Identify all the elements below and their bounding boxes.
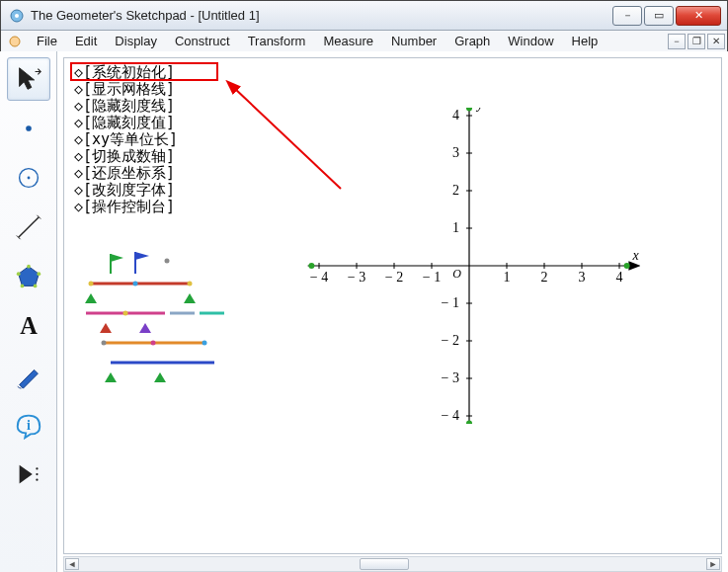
information-tool[interactable]: i	[7, 403, 50, 447]
svg-text:− 1: − 1	[423, 270, 441, 285]
option-row[interactable]: ◇[显示网格线]	[74, 81, 178, 98]
document-icon	[7, 34, 23, 49]
svg-point-17	[36, 467, 38, 469]
option-row[interactable]: ◇[切换成数轴]	[74, 148, 178, 165]
option-row[interactable]: ◇[改刻度字体]	[74, 182, 178, 199]
svg-text:x: x	[631, 248, 639, 263]
mdi-close-button[interactable]: ✕	[707, 34, 725, 49]
window-controls: － ▭ ✕	[610, 6, 721, 26]
mdi-minimize-button[interactable]: －	[668, 34, 686, 49]
svg-text:− 3: − 3	[442, 370, 459, 385]
svg-point-29	[188, 282, 193, 286]
svg-text:3: 3	[452, 145, 459, 160]
svg-text:1: 1	[504, 270, 511, 285]
svg-text:2: 2	[452, 183, 459, 198]
window-close-button[interactable]: ✕	[676, 6, 721, 26]
svg-point-14	[16, 272, 20, 276]
svg-text:y: y	[475, 108, 484, 112]
option-row[interactable]: ◇[系统初始化]	[74, 64, 178, 81]
svg-text:2: 2	[541, 270, 548, 285]
window-minimize-button[interactable]: －	[612, 6, 642, 26]
svg-marker-30	[85, 293, 97, 303]
svg-point-40	[151, 341, 156, 346]
svg-point-1	[15, 14, 19, 18]
svg-marker-24	[135, 252, 149, 260]
horizontal-scrollbar[interactable]: ◄ ►	[63, 556, 722, 572]
svg-marker-22	[111, 254, 123, 262]
sketch-area: ◇[系统初始化] ◇[显示网格线] ◇[隐藏刻度线] ◇[隐藏刻度值] ◇[xy…	[57, 51, 728, 572]
svg-point-2	[10, 37, 20, 46]
svg-text:3: 3	[579, 270, 586, 285]
marker-tool[interactable]	[7, 354, 50, 397]
svg-text:− 3: − 3	[348, 270, 365, 285]
svg-point-5	[27, 177, 30, 180]
svg-marker-37	[139, 323, 151, 333]
point-tool[interactable]	[7, 107, 50, 150]
option-row[interactable]: ◇[还原坐标系]	[74, 165, 178, 182]
menu-help[interactable]: Help	[564, 32, 607, 50]
custom-tool[interactable]	[7, 452, 50, 496]
svg-text:O: O	[452, 267, 461, 281]
svg-point-18	[36, 473, 38, 475]
app-icon	[9, 8, 25, 24]
svg-point-82	[308, 263, 314, 269]
scroll-left-button[interactable]: ◄	[65, 558, 79, 570]
svg-point-28	[133, 282, 138, 286]
window-title: The Geometer's Sketchpad - [Untitled 1]	[31, 8, 610, 23]
svg-point-11	[37, 272, 40, 276]
menu-number[interactable]: Number	[383, 32, 445, 50]
svg-text:1: 1	[452, 220, 459, 235]
svg-point-13	[20, 285, 24, 288]
svg-point-19	[36, 479, 38, 481]
option-row[interactable]: ◇[隐藏刻度值]	[74, 115, 178, 131]
svg-marker-44	[154, 372, 166, 382]
menu-display[interactable]: Display	[107, 32, 165, 50]
selection-arrow-tool[interactable]	[7, 57, 50, 101]
menu-measure[interactable]: Measure	[315, 32, 381, 50]
svg-marker-9	[18, 267, 39, 286]
scroll-right-button[interactable]: ►	[706, 558, 720, 570]
polygon-tool[interactable]	[7, 255, 50, 298]
svg-point-84	[466, 108, 472, 111]
svg-marker-36	[100, 323, 112, 333]
svg-point-35	[123, 311, 128, 316]
menubar: File Edit Display Construct Transform Me…	[1, 31, 727, 52]
option-row[interactable]: ◇[隐藏刻度线]	[74, 98, 178, 115]
mdi-restore-button[interactable]: ❐	[688, 34, 705, 49]
menu-transform[interactable]: Transform	[240, 32, 314, 50]
svg-point-10	[27, 265, 31, 269]
text-tool[interactable]: A	[7, 304, 50, 348]
coordinate-axes: − 4− 3− 2− 112344321− 1− 2− 3− 4Oxy	[272, 108, 677, 424]
svg-text:− 4: − 4	[442, 408, 459, 423]
menu-window[interactable]: Window	[500, 32, 561, 50]
svg-point-85	[466, 421, 472, 424]
toolbox: A i	[0, 51, 57, 572]
menu-edit[interactable]: Edit	[67, 32, 105, 50]
window-maximize-button[interactable]: ▭	[644, 6, 674, 26]
window-titlebar: The Geometer's Sketchpad - [Untitled 1] …	[1, 1, 727, 31]
svg-text:− 4: − 4	[310, 270, 328, 285]
svg-text:4: 4	[452, 108, 459, 123]
svg-point-41	[202, 341, 207, 346]
svg-line-6	[18, 217, 39, 238]
svg-point-39	[102, 341, 107, 346]
mdi-controls: － ❐ ✕	[668, 34, 727, 49]
svg-text:− 2: − 2	[442, 333, 459, 348]
svg-text:i: i	[27, 417, 31, 433]
svg-point-25	[165, 259, 170, 264]
svg-point-27	[89, 282, 94, 286]
menu-graph[interactable]: Graph	[446, 32, 498, 50]
svg-text:− 1: − 1	[442, 295, 459, 310]
svg-point-12	[33, 285, 37, 288]
menu-file[interactable]: File	[29, 32, 65, 50]
scroll-thumb[interactable]	[360, 558, 409, 570]
sketch-canvas[interactable]: ◇[系统初始化] ◇[显示网格线] ◇[隐藏刻度线] ◇[隐藏刻度值] ◇[xy…	[63, 57, 722, 554]
svg-text:4: 4	[616, 270, 623, 285]
options-panel: ◇[系统初始化] ◇[显示网格线] ◇[隐藏刻度线] ◇[隐藏刻度值] ◇[xy…	[74, 64, 178, 215]
menu-construct[interactable]: Construct	[167, 32, 238, 50]
svg-text:A: A	[20, 312, 38, 339]
option-row[interactable]: ◇[操作控制台]	[74, 199, 178, 215]
straightedge-tool[interactable]	[7, 205, 50, 249]
compass-tool[interactable]	[7, 156, 50, 200]
option-row[interactable]: ◇[xy等单位长]	[74, 131, 178, 148]
